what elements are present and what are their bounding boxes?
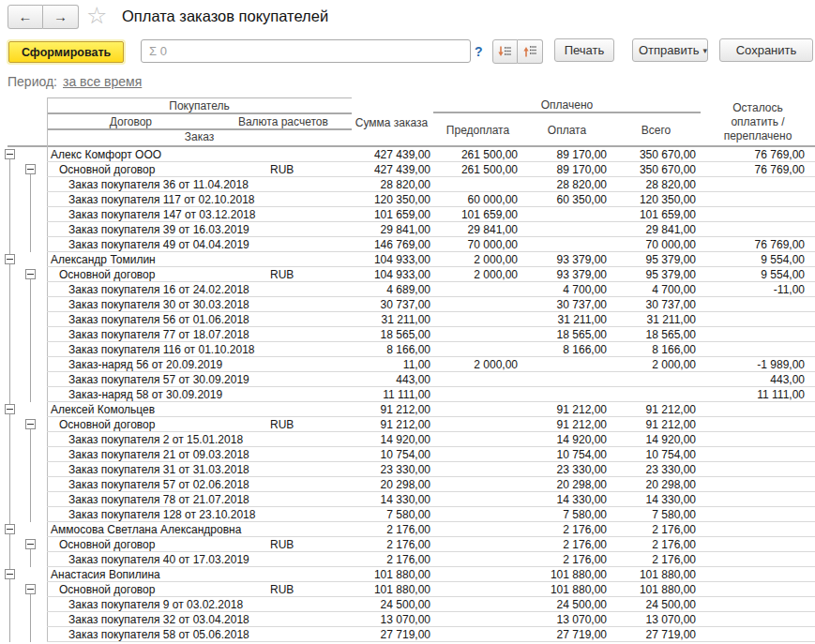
table-row-order[interactable]: Заказ покупателя 147 от 03.12.2018101 65… xyxy=(0,207,815,222)
table-row-order[interactable]: Заказ покупателя 58 от 05.06.201827 719,… xyxy=(0,627,815,642)
table-row-contract[interactable]: Основной договорRUB427 439,00261 500,008… xyxy=(0,162,815,177)
collapse-customer-icon[interactable] xyxy=(5,254,15,264)
table-row-order[interactable]: Заказ покупателя 77 от 18.07.201818 565,… xyxy=(0,327,815,342)
cell-paid-total: 28 820,00 xyxy=(611,177,701,191)
tree-line xyxy=(30,492,31,507)
print-button[interactable]: Печать xyxy=(554,38,614,62)
report-rows: Алекс Комфорт ООО427 439,00261 500,0089 … xyxy=(0,147,815,642)
table-row-order[interactable]: Заказ покупателя 2 от 15.01.201814 920,0… xyxy=(0,432,815,447)
cell-paid-total: 24 500,00 xyxy=(611,597,701,611)
cell-paid-total: 13 070,00 xyxy=(611,612,701,626)
favorite-star-icon[interactable]: ☆ xyxy=(86,2,107,29)
cell-remaining xyxy=(701,462,815,476)
collapse-customer-icon[interactable] xyxy=(5,524,15,534)
cell-paid-total: 23 330,00 xyxy=(611,462,701,476)
header-remaining: Осталось оплатить / переплачено xyxy=(701,97,815,147)
table-row-order[interactable]: Заказ покупателя 32 от 03.04.201813 070,… xyxy=(0,612,815,627)
table-row-order[interactable]: Заказ покупателя 40 от 17.03.20192 176,0… xyxy=(0,552,815,567)
table-row-order[interactable]: Заказ покупателя 16 от 24.02.20184 689,0… xyxy=(0,282,815,297)
expand-groups-icon[interactable] xyxy=(492,39,518,64)
tree-gutter-level2 xyxy=(21,177,41,192)
tree-gutter-level1 xyxy=(0,417,21,432)
cell-remaining xyxy=(701,432,815,446)
table-row-order[interactable]: Заказ покупателя 117 от 02.10.2018120 35… xyxy=(0,192,815,207)
cell-order-sum: 101 880,00 xyxy=(352,582,433,596)
cell-payment xyxy=(522,237,611,251)
save-button[interactable]: Сохранить xyxy=(719,38,813,62)
cell-order-sum: 14 330,00 xyxy=(352,492,433,506)
quick-sum-input[interactable] xyxy=(141,39,471,63)
table-row-order[interactable]: Заказ покупателя 57 от 30.09.2019443,004… xyxy=(0,372,815,387)
table-row-customer[interactable]: Александр Томилин104 933,002 000,0093 37… xyxy=(0,252,815,267)
tree-gutter-level1 xyxy=(0,162,21,177)
tree-line xyxy=(9,612,10,627)
cell-payment: 101 880,00 xyxy=(522,582,611,596)
period-link[interactable]: за все время xyxy=(63,74,142,89)
table-row-customer[interactable]: Анастасия Вопилина101 880,00101 880,0010… xyxy=(0,567,815,582)
table-row-customer[interactable]: Аммосова Светлана Александровна2 176,002… xyxy=(0,522,815,537)
tree-line xyxy=(9,222,10,237)
cell-paid-total: 4 700,00 xyxy=(611,282,701,296)
tree-gutter-level1 xyxy=(0,447,21,462)
table-row-order[interactable]: Заказ покупателя 36 от 11.04.201828 820,… xyxy=(0,177,815,192)
row-separator xyxy=(47,641,815,642)
table-row-order[interactable]: Заказ-наряд 56 от 20.09.201911,002 000,0… xyxy=(0,357,815,372)
cell-prepayment xyxy=(433,417,522,431)
table-row-order[interactable]: Заказ покупателя 116 от 01.10.20188 166,… xyxy=(0,342,815,357)
collapse-contract-icon[interactable] xyxy=(25,584,36,594)
cell-paid-total: 101 880,00 xyxy=(611,582,701,596)
collapse-customer-icon[interactable] xyxy=(5,404,15,414)
table-row-order[interactable]: Заказ покупателя 57 от 02.06.201820 298,… xyxy=(0,477,815,492)
collapse-contract-icon[interactable] xyxy=(25,539,36,549)
collapse-contract-icon[interactable] xyxy=(25,269,36,279)
generate-button[interactable]: Сформировать xyxy=(8,41,124,63)
table-row-order[interactable]: Заказ покупателя 39 от 16.03.201929 841,… xyxy=(0,222,815,237)
cell-remaining xyxy=(701,417,815,431)
cell-prepayment xyxy=(433,507,522,521)
cell-payment: 30 737,00 xyxy=(522,297,611,311)
cell-order-sum: 8 166,00 xyxy=(352,342,433,356)
cell-order-sum: 29 841,00 xyxy=(352,222,433,236)
cell-order-sum: 2 176,00 xyxy=(352,522,433,536)
tree-gutter-level1 xyxy=(0,297,21,312)
cell-paid-total: 350 670,00 xyxy=(611,162,701,176)
collapse-contract-icon[interactable] xyxy=(25,164,36,174)
help-icon[interactable]: ? xyxy=(475,44,483,59)
table-row-order[interactable]: Заказ покупателя 78 от 21.07.201814 330,… xyxy=(0,492,815,507)
collapse-contract-icon[interactable] xyxy=(25,419,36,429)
cell-payment: 89 170,00 xyxy=(522,162,611,176)
cell-payment: 91 212,00 xyxy=(522,417,611,431)
tree-line xyxy=(30,552,31,567)
table-row-contract[interactable]: Основной договорRUB2 176,002 176,002 176… xyxy=(0,537,815,552)
table-row-order[interactable]: Заказ покупателя 31 от 31.03.201823 330,… xyxy=(0,462,815,477)
collapse-customer-icon[interactable] xyxy=(5,569,15,579)
table-row-customer[interactable]: Алекс Комфорт ООО427 439,00261 500,0089 … xyxy=(0,147,815,162)
table-row-contract[interactable]: Основной договорRUB104 933,002 000,0093 … xyxy=(0,267,815,282)
table-row-order[interactable]: Заказ покупателя 9 от 03.02.201824 500,0… xyxy=(0,597,815,612)
table-row-order[interactable]: Заказ-наряд 58 от 30.09.201911 111,0011 … xyxy=(0,387,815,402)
cell-name: Заказ покупателя 49 от 04.04.2019 xyxy=(47,237,352,251)
cell-remaining xyxy=(701,492,815,506)
table-row-contract[interactable]: Основной договорRUB101 880,00101 880,001… xyxy=(0,582,815,597)
tree-gutter-level2 xyxy=(21,477,41,492)
table-row-customer[interactable]: Алексей Комольцев91 212,0091 212,0091 21… xyxy=(0,402,815,417)
send-button[interactable]: Отправить▾ xyxy=(632,38,708,62)
table-row-order[interactable]: Заказ покупателя 128 от 23.10.20187 580,… xyxy=(0,507,815,522)
table-row-order[interactable]: Заказ покупателя 21 от 09.03.201810 754,… xyxy=(0,447,815,462)
table-row-order[interactable]: Заказ покупателя 30 от 30.03.201830 737,… xyxy=(0,297,815,312)
cell-payment xyxy=(522,372,611,386)
collapse-customer-icon[interactable] xyxy=(5,149,15,159)
forward-icon[interactable]: → xyxy=(43,5,79,29)
table-row-contract[interactable]: Основной договорRUB91 212,0091 212,0091 … xyxy=(0,417,815,432)
tree-line xyxy=(30,447,31,462)
tree-line xyxy=(30,237,31,252)
back-icon[interactable]: ← xyxy=(8,5,43,29)
cell-prepayment: 60 000,00 xyxy=(433,192,522,206)
tree-line xyxy=(30,387,31,402)
tree-gutter-level2 xyxy=(21,252,41,267)
cell-remaining xyxy=(701,627,815,641)
table-row-order[interactable]: Заказ покупателя 49 от 04.04.2019146 769… xyxy=(0,237,815,252)
collapse-groups-icon[interactable] xyxy=(518,39,543,64)
tree-line xyxy=(9,432,10,447)
table-row-order[interactable]: Заказ покупателя 56 от 01.06.201831 211,… xyxy=(0,312,815,327)
